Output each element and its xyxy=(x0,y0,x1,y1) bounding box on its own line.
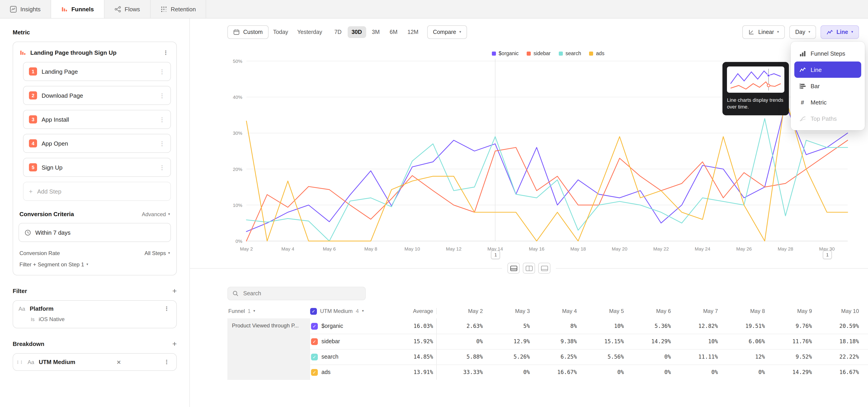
kebab-menu-icon[interactable]: ⋮ xyxy=(158,164,166,171)
add-filter-button[interactable]: + xyxy=(172,287,177,295)
column-header[interactable]: May 2 xyxy=(437,308,484,314)
tab-retention[interactable]: Retention xyxy=(150,0,206,18)
kebab-menu-icon[interactable]: ⋮ xyxy=(158,68,166,75)
funnel-step-2[interactable]: 2 Download Page ⋮ xyxy=(23,86,171,105)
cell-value: 8% xyxy=(531,318,578,334)
yesterday-button[interactable]: Yesterday xyxy=(293,25,327,39)
menu-item-label: Metric xyxy=(811,99,827,105)
range-6m[interactable]: 6M xyxy=(385,26,402,38)
menu-item-top-paths[interactable]: Top Paths xyxy=(794,111,861,127)
funnel-step-3[interactable]: 3 App Install ⋮ xyxy=(23,110,171,129)
kebab-menu-icon[interactable]: ⋮ xyxy=(161,49,170,56)
row-checkbox[interactable]: ✓ xyxy=(311,353,318,360)
range-30d[interactable]: 30D xyxy=(347,26,366,38)
kebab-menu-icon[interactable]: ⋮ xyxy=(158,140,166,147)
kebab-menu-icon[interactable]: ⋮ xyxy=(158,116,166,123)
table-search-box[interactable] xyxy=(227,287,366,300)
filter-value-row[interactable]: Is iOS Native xyxy=(31,316,171,322)
column-header[interactable]: May 5 xyxy=(578,308,625,314)
breakdown-table: Funnel 1 ▾ ✓ UTM Medium 4 ▾ Average May … xyxy=(227,304,868,380)
funnel-step-1[interactable]: 1 Landing Page ⋮ xyxy=(23,62,171,81)
range-12m[interactable]: 12M xyxy=(403,26,423,38)
tab-insights[interactable]: Insights xyxy=(0,0,51,18)
funnel-metric-icon xyxy=(20,49,26,56)
cell-value: 0% xyxy=(719,365,766,380)
compare-button[interactable]: Compare ▾ xyxy=(427,25,467,39)
cell-value: 12.9% xyxy=(484,334,531,349)
linear-label: Linear xyxy=(758,29,774,35)
cell-value: 18.18% xyxy=(813,334,860,349)
tab-flows[interactable]: Flows xyxy=(104,0,150,18)
annotation-marker[interactable]: 1 xyxy=(823,251,832,259)
chart-toolbar: Custom Today Yesterday 7D 30D 3M 6M 12M … xyxy=(227,25,859,39)
tab-label: Funnels xyxy=(71,6,94,12)
kebab-menu-icon[interactable]: ⋮ xyxy=(162,305,171,312)
menu-item-bar[interactable]: Bar xyxy=(794,78,861,94)
row-checkbox[interactable]: ✓ xyxy=(311,369,318,376)
breakdown-utm-card[interactable]: ⋮⋮ Aa UTM Medium × ⋮ xyxy=(13,353,177,371)
range-3m[interactable]: 3M xyxy=(368,26,384,38)
chevron-down-icon: ▾ xyxy=(851,30,853,34)
column-header[interactable]: May 3 xyxy=(484,308,531,314)
add-step-button[interactable]: + Add Step xyxy=(23,182,171,201)
column-header[interactable]: May 4 xyxy=(531,308,578,314)
funnel-step-5[interactable]: 5 Sign Up ⋮ xyxy=(23,158,171,177)
scale-linear-button[interactable]: Linear ▾ xyxy=(743,25,785,39)
column-header-average[interactable]: Average xyxy=(378,308,437,314)
range-7d[interactable]: 7D xyxy=(330,26,346,38)
column-header[interactable]: May 10 xyxy=(813,308,860,314)
metric-heading: Metric xyxy=(13,29,177,36)
add-breakdown-button[interactable]: + xyxy=(172,340,177,348)
kebab-menu-icon[interactable]: ⋮ xyxy=(162,358,171,366)
column-header[interactable]: May 7 xyxy=(672,308,719,314)
today-button[interactable]: Today xyxy=(269,25,293,39)
property-type-icon: Aa xyxy=(19,306,25,312)
line-chart-tooltip: Line charts display trends over time. xyxy=(722,62,789,115)
step-label: Landing Page xyxy=(41,68,78,75)
filter-platform-card[interactable]: Aa Platform ⋮ Is iOS Native xyxy=(13,300,177,328)
row-checkbox[interactable]: ✓ xyxy=(311,338,318,345)
drag-handle-icon[interactable]: ⋮⋮ xyxy=(16,360,23,364)
series-cell: ✓$organic xyxy=(310,323,378,330)
filter-segment-dropdown[interactable]: Filter + Segment on Step 1 ▾ xyxy=(20,261,170,268)
layout-split-view-button[interactable] xyxy=(507,263,520,274)
advanced-dropdown[interactable]: Advanced ▾ xyxy=(142,211,170,217)
chevron-down-icon: ▾ xyxy=(168,212,170,216)
all-steps-dropdown[interactable]: All Steps ▾ xyxy=(145,250,170,256)
menu-item-line[interactable]: Line xyxy=(794,62,861,78)
range-segmented-control: 7D 30D 3M 6M 12M xyxy=(330,26,423,38)
interval-day-button[interactable]: Day ▾ xyxy=(789,25,816,39)
menu-item-metric[interactable]: # Metric xyxy=(794,94,861,111)
funnel-title-row[interactable]: Landing Page through Sign Up ⋮ xyxy=(19,48,171,57)
layout-chart-view-button[interactable] xyxy=(523,263,535,274)
tab-funnels[interactable]: Funnels xyxy=(51,0,104,18)
funnel-count: 1 xyxy=(248,308,250,314)
chevron-down-icon: ▾ xyxy=(253,309,255,313)
layout-table-view-button[interactable] xyxy=(538,263,550,274)
series-name: $organic xyxy=(321,323,343,329)
chart-type-line-button[interactable]: Line ▾ xyxy=(821,25,859,39)
conversion-window-row[interactable]: Within 7 days xyxy=(19,223,171,242)
custom-date-button[interactable]: Custom xyxy=(227,25,269,39)
row-checkbox[interactable]: ✓ xyxy=(311,323,318,330)
x-axis-tick: May 20 xyxy=(612,246,627,251)
x-axis-tick: May 28 xyxy=(778,246,793,251)
select-all-checkbox[interactable]: ✓ xyxy=(310,308,317,315)
kebab-menu-icon[interactable]: ⋮ xyxy=(158,92,166,99)
cell-value: 12% xyxy=(719,349,766,365)
search-input[interactable] xyxy=(242,290,361,297)
menu-item-funnel-steps[interactable]: Funnel Steps xyxy=(794,45,861,62)
remove-breakdown-icon[interactable]: × xyxy=(117,358,121,366)
column-header[interactable]: May 9 xyxy=(766,308,813,314)
metric-hash-icon: # xyxy=(799,99,806,105)
cell-value: 9.38% xyxy=(531,334,578,349)
cell-value: 10% xyxy=(578,318,625,334)
funnel-column-header[interactable]: Funnel 1 ▾ xyxy=(227,308,310,314)
column-header[interactable]: May 8 xyxy=(719,308,766,314)
funnel-step-4[interactable]: 4 App Open ⋮ xyxy=(23,134,171,153)
utm-column-header[interactable]: ✓ UTM Medium 4 ▾ xyxy=(310,308,378,315)
column-header[interactable]: May 6 xyxy=(625,308,672,314)
annotation-marker[interactable]: 1 xyxy=(491,251,500,259)
tooltip-text: Line charts display trends over time. xyxy=(727,97,784,111)
y-axis-tick: 10% xyxy=(233,202,242,208)
